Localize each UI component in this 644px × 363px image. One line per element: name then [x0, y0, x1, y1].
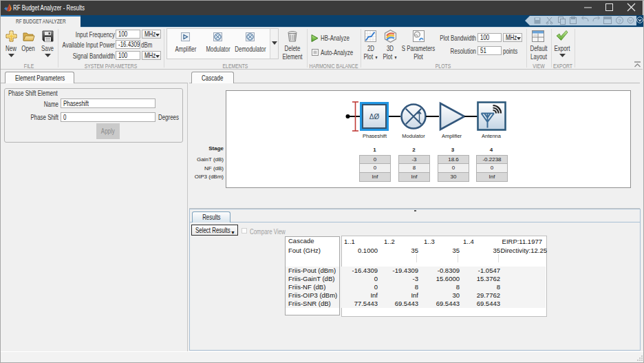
svg-text:4: 4: [490, 147, 493, 153]
svg-text:Modulator: Modulator: [402, 133, 425, 139]
svg-text:Amplifier: Amplifier: [442, 133, 462, 139]
svg-text:ΔØ: ΔØ: [369, 113, 380, 121]
svg-text:Antenna: Antenna: [482, 133, 502, 139]
svg-text:3: 3: [451, 147, 455, 153]
svg-text:Phaseshift: Phaseshift: [363, 133, 387, 139]
svg-text:?: ?: [618, 18, 621, 24]
svg-text:2: 2: [412, 147, 416, 153]
svg-text:1: 1: [373, 147, 376, 153]
